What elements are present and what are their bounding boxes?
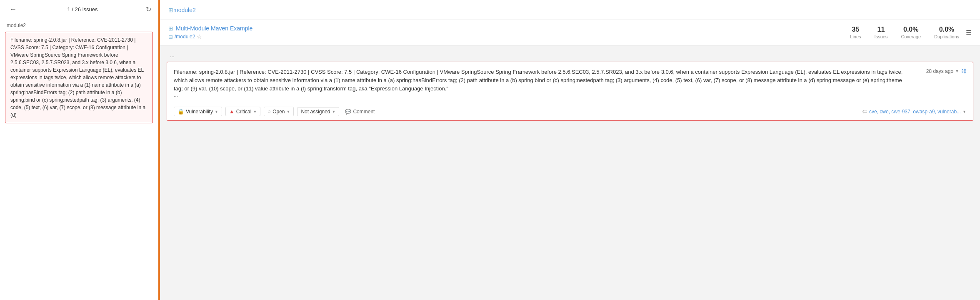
component-folder-icon: ⊞ bbox=[168, 25, 173, 32]
tags-chevron-icon: ▼ bbox=[962, 110, 966, 114]
issue-date-text: 28 days ago bbox=[926, 68, 953, 74]
open-icon: ○ bbox=[268, 108, 271, 115]
tag-icon: 🏷 bbox=[862, 108, 868, 115]
issue-counter: 1 / 26 issues bbox=[68, 6, 98, 12]
comment-label: Comment bbox=[353, 109, 375, 115]
component-path-folder-icon: ⊟ bbox=[168, 34, 173, 40]
issue-card: Filename: spring-2.0.8.jar | Reference: … bbox=[167, 62, 973, 121]
critical-button[interactable]: ▲ Critical ▼ bbox=[225, 107, 260, 116]
vulnerability-label: Vulnerability bbox=[186, 109, 213, 115]
date-chevron-icon[interactable]: ▼ bbox=[955, 69, 959, 73]
tags-area[interactable]: 🏷 cve, cwe, cwe-937, owasp-a9, vulnerab.… bbox=[862, 108, 966, 115]
issue-ellipsis[interactable]: ··· bbox=[174, 93, 178, 99]
stat-coverage: 0.0% Coverage bbox=[901, 26, 921, 39]
not-assigned-label: Not assigned bbox=[301, 109, 330, 115]
open-label: Open bbox=[272, 109, 285, 115]
left-issue-text: Filename: spring-2.0.8.jar | Reference: … bbox=[10, 37, 145, 118]
right-header-title[interactable]: module2 bbox=[173, 7, 196, 13]
back-button[interactable]: ← bbox=[7, 4, 19, 15]
open-button[interactable]: ○ Open ▼ bbox=[264, 107, 294, 116]
star-icon[interactable]: ☆ bbox=[197, 33, 202, 40]
component-path-text[interactable]: /module2 bbox=[175, 34, 195, 40]
not-assigned-chevron-icon: ▼ bbox=[332, 110, 336, 114]
vulnerability-chevron-icon: ▼ bbox=[215, 110, 218, 114]
left-breadcrumb-text: module2 bbox=[7, 22, 26, 28]
open-chevron-icon: ▼ bbox=[287, 110, 290, 114]
not-assigned-button[interactable]: Not assigned ▼ bbox=[297, 107, 339, 116]
component-name[interactable]: Multi-Module Maven Example bbox=[176, 25, 252, 32]
link-icon[interactable]: ⛓ bbox=[961, 68, 966, 74]
component-menu-icon[interactable]: ☰ bbox=[966, 29, 972, 37]
comment-button[interactable]: 💬 Comment bbox=[342, 108, 377, 116]
critical-icon: ▲ bbox=[229, 108, 235, 115]
vulnerability-button[interactable]: 🔒 Vulnerability ▼ bbox=[174, 107, 222, 116]
stat-duplications: 0.0% Duplications bbox=[934, 26, 959, 39]
critical-chevron-icon: ▼ bbox=[253, 110, 257, 114]
tags-text: cve, cwe, cwe-937, owasp-a9, vulnerab... bbox=[869, 109, 961, 115]
stat-issues: 11 Issues bbox=[875, 26, 888, 39]
critical-label: Critical bbox=[236, 109, 252, 115]
ellipsis-indicator: ... bbox=[170, 52, 175, 58]
stat-lines: 35 Lines bbox=[850, 26, 861, 39]
issue-main-text: Filename: spring-2.0.8.jar | Reference: … bbox=[174, 68, 907, 93]
vertical-separator bbox=[158, 0, 160, 300]
vulnerability-lock-icon: 🔒 bbox=[178, 108, 184, 115]
folder-icon: ⊞ bbox=[168, 7, 173, 13]
comment-icon: 💬 bbox=[345, 109, 351, 115]
refresh-button[interactable]: ↻ bbox=[146, 5, 151, 13]
